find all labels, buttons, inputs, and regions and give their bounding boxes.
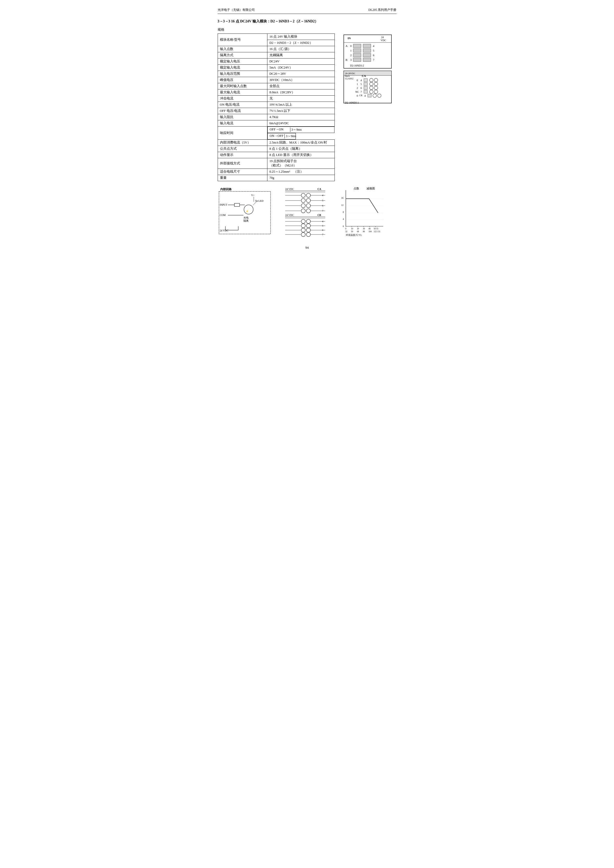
svg-text:CB: CB	[359, 94, 362, 97]
svg-text:点数: 点数	[354, 187, 359, 190]
svg-point-82	[306, 193, 311, 197]
table-cell-label: ON 电压/电流	[218, 102, 267, 108]
svg-rect-21	[363, 58, 371, 62]
table-cell-value: 19 点拆卸式端子台（欧式）（M2.0）	[267, 158, 334, 169]
table-row: ON 电压/电流 19V/4.5mA 以上	[218, 102, 334, 108]
table-cell-label: 额定输入电压	[218, 59, 267, 65]
derating-svg: 点数 减额图 0 4 8 12 16 0 10 20 30 40 50 55	[336, 186, 387, 238]
svg-text:7: 7	[361, 90, 362, 93]
svg-text:D2-16ND3-1: D2-16ND3-1	[345, 101, 359, 104]
table-cell-label: 响应时间	[218, 127, 267, 140]
svg-text:4: 4	[322, 194, 323, 197]
svg-rect-8	[363, 44, 371, 48]
svg-rect-15	[353, 53, 361, 57]
svg-point-120	[301, 232, 305, 237]
svg-text:6: 6	[361, 87, 362, 90]
svg-point-65	[244, 205, 253, 214]
table-cell-value: 0.25～1.25mm² （注）	[267, 169, 334, 175]
page-number: 94	[218, 246, 396, 250]
table-row: 最大输入电流 8.0mA（DC28V）	[218, 90, 334, 96]
table-row: 动作显示 8 点 LED 显示（用开关切换）	[218, 152, 334, 158]
svg-point-86	[301, 198, 305, 203]
table-cell-label: 模块名称·型号	[218, 34, 267, 46]
table-cell-sublabel: ON→OFF 3～9ms	[267, 133, 296, 140]
svg-point-81	[301, 193, 305, 197]
svg-text:68: 68	[357, 230, 359, 233]
svg-text:1: 1	[357, 83, 358, 85]
svg-text:V+: V+	[251, 194, 255, 197]
table-cell-value: D2－16ND3－2（Z－16ND2）	[267, 40, 334, 46]
table-cell-value: 6mA@24VDC	[267, 120, 334, 127]
svg-text:5: 5	[361, 83, 362, 85]
svg-text:CA: CA	[362, 74, 366, 78]
bottom-area: 内部回路 V+ INPUT ⚡ To LED 光电 隔离 COM	[218, 186, 396, 238]
svg-text:8mA: 8mA	[345, 75, 350, 78]
svg-text:6: 6	[322, 229, 323, 231]
table-cell-label: 输入电压范围	[218, 71, 267, 77]
table-row: 输入电压范围 DC20～28V	[218, 71, 334, 77]
svg-text:4: 4	[373, 44, 375, 47]
table-cell-label: 峰值电压	[218, 77, 267, 83]
svg-text:24 VDC: 24 VDC	[285, 214, 294, 217]
table-row: 公共点方式 8 点 1 公共点（隔离）	[218, 146, 334, 152]
svg-rect-12	[363, 49, 371, 52]
svg-text:VDC: VDC	[381, 39, 386, 42]
table-row: 响应时间 OFF→ON 3～9ms	[218, 127, 334, 133]
svg-text:50 55: 50 55	[374, 228, 378, 230]
svg-point-111	[306, 224, 311, 228]
svg-point-96	[301, 209, 305, 213]
svg-point-87	[306, 198, 311, 203]
svg-text:NC: NC	[355, 90, 359, 93]
svg-text:环境温度(℃/°F): 环境温度(℃/°F)	[346, 234, 362, 236]
table-cell-label: 动作显示	[218, 152, 267, 158]
table-cell-value: 8 点 LED 显示（用开关切换）	[267, 152, 334, 158]
svg-text:1: 1	[350, 49, 352, 52]
spec-label: 规格	[218, 27, 396, 32]
svg-text:20-28VDC: 20-28VDC	[345, 72, 355, 75]
svg-rect-32	[364, 79, 367, 82]
table-row: 内部消费电流（5V） 2.5mA/回路、MAX：100mA/全点 ON 时	[218, 140, 334, 146]
table-row: 模块名称·型号 16 点 24V 输入模块	[218, 34, 334, 40]
svg-text:光电: 光电	[243, 216, 249, 219]
svg-text:12: 12	[341, 204, 344, 206]
table-cell-label: 公共点方式	[218, 146, 267, 152]
table-cell-value: 8 点 1 公共点（隔离）	[267, 146, 334, 152]
svg-text:减额图: 减额图	[367, 187, 375, 190]
module-diagram-area: IN 24 VDC A 0 4 1 5 2 6 B 3 7	[340, 34, 396, 181]
table-cell-label: 输入阻抗	[218, 114, 267, 120]
table-cell-value: 4.7KΩ	[267, 114, 334, 120]
svg-text:5: 5	[373, 49, 375, 52]
table-cell-value: 19V/4.5mA 以上	[267, 102, 334, 108]
svg-text:16: 16	[341, 197, 344, 199]
table-cell-label: 额定输入电流	[218, 65, 267, 71]
table-cell-value: 16 点（汇/源）	[267, 46, 334, 52]
svg-text:20: 20	[357, 228, 359, 230]
table-cell-value: 5mA（DC24V）	[267, 65, 334, 71]
svg-text:⚡: ⚡	[246, 209, 249, 213]
svg-text:5: 5	[322, 199, 323, 202]
table-row: 冲击电流 无	[218, 96, 334, 102]
table-cell-value: 2.5mA/回路、MAX：100mA/全点 ON 时	[267, 140, 334, 146]
svg-rect-16	[363, 53, 371, 57]
svg-rect-37	[364, 82, 367, 85]
svg-text:122 131: 122 131	[374, 230, 380, 233]
svg-text:4: 4	[364, 95, 366, 97]
page-header: 光洋电子（无锡）有限公司 DL205 系列用户手册	[218, 8, 396, 14]
wiring-svg: 24 VDC CA 4 5	[284, 186, 330, 238]
svg-text:104: 104	[368, 230, 372, 233]
svg-text:0: 0	[345, 228, 346, 230]
svg-point-91	[301, 204, 305, 208]
wiring-diagram: 24 VDC CA 4 5	[284, 186, 330, 238]
table-cell-value: DC20～28V	[267, 71, 334, 77]
svg-text:CLASS2: CLASS2	[345, 78, 354, 80]
svg-rect-20	[353, 58, 361, 62]
svg-text:6: 6	[373, 54, 375, 57]
table-row: 外部接线方式 19 点拆卸式端子台（欧式）（M2.0）	[218, 158, 334, 169]
table-cell-label: 最大同时输入点数	[218, 83, 267, 90]
table-cell-label: 最大输入电流	[218, 90, 267, 96]
table-row: 输入电流 6mA@24VDC	[218, 120, 334, 127]
table-cell-value: 7V/1.5mA 以下	[267, 108, 334, 114]
circuit-svg: 内部回路 V+ INPUT ⚡ To LED 光电 隔离 COM	[218, 186, 274, 238]
svg-text:内部回路: 内部回路	[220, 188, 232, 191]
svg-rect-7	[353, 44, 361, 48]
